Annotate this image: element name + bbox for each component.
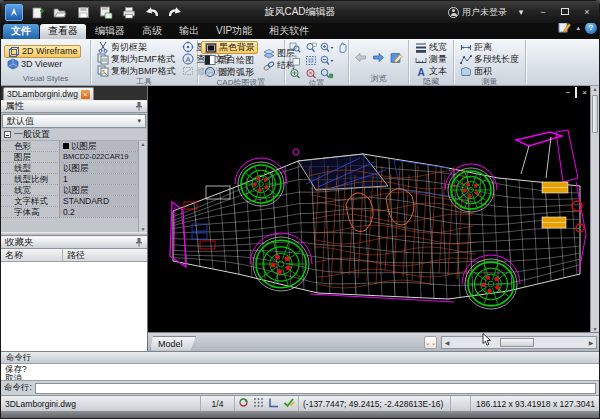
bw-drawing-button[interactable]: 黑白绘图 (201, 54, 258, 66)
black-background-icon (204, 41, 217, 54)
hide-text-button[interactable]: A 文本 (412, 65, 449, 77)
distance-button[interactable]: 距离 (457, 41, 521, 53)
tab-viewer[interactable]: 查看器 (40, 24, 86, 39)
property-row-font-height[interactable]: 字体高 0.2 (1, 207, 138, 218)
smooth-arc-button[interactable]: 圆滑弧形 (201, 66, 258, 78)
undo-icon[interactable] (143, 4, 161, 21)
canvas-horizontal-scrollbar[interactable]: ◀ ▶ (441, 336, 597, 349)
drawing-canvas[interactable]: − × ▲ ▼ (148, 86, 599, 332)
scroll-right-icon[interactable]: ▶ (586, 339, 596, 346)
new-file-icon[interactable] (28, 4, 46, 21)
mdi-close-icon[interactable]: × (582, 88, 587, 97)
maximize-button[interactable] (557, 5, 573, 19)
copy-emf-button[interactable]: 复制为EMF格式 (94, 53, 178, 65)
edit-ok-icon[interactable] (283, 397, 295, 410)
zoom-previous-icon[interactable] (304, 67, 318, 79)
tab-advanced[interactable]: 高级 (134, 24, 170, 39)
property-row-linetype-scale[interactable]: 线型比例 1 (1, 174, 138, 185)
scrollbar-thumb[interactable] (592, 95, 598, 133)
smooth-arc-icon (203, 66, 216, 79)
scroll-up-icon[interactable]: ▲ (593, 86, 598, 92)
user-dropdown-icon[interactable]: ▾ (513, 5, 529, 19)
tab-editor[interactable]: 编辑器 (87, 24, 133, 39)
property-row-layer[interactable]: 图层 BMCD2-022CAR19 (1, 152, 138, 163)
close-button[interactable]: × (579, 5, 595, 19)
document-tab[interactable]: 3DLamborgini.dwg × (3, 87, 94, 100)
property-row-color[interactable]: 色彩 以图层 (1, 141, 138, 152)
properties-scrollbar[interactable]: ▲ ▼ (138, 141, 147, 232)
grid-snap-icon[interactable] (253, 397, 264, 410)
pan-hand-icon[interactable] (336, 41, 350, 53)
ortho-icon[interactable] (268, 397, 279, 410)
tab-related[interactable]: 相关软件 (261, 24, 317, 39)
collapse-section-icon[interactable] (4, 131, 11, 138)
section-general-settings[interactable]: 一般设置 (1, 129, 147, 141)
scrollbar-thumb[interactable] (500, 338, 534, 347)
2d-wireframe-label: 2D Wireframe (22, 46, 78, 57)
collapse-ribbon-icon[interactable]: ▴ (576, 24, 580, 32)
pin-icon[interactable] (135, 101, 143, 113)
hide-measure-button[interactable]: 测量 (412, 53, 449, 65)
favorites-col-path[interactable]: 路径 (63, 249, 147, 261)
tab-vip[interactable]: VIP功能 (208, 24, 260, 39)
app-logo-icon[interactable] (5, 4, 23, 21)
property-grid: 色彩 以图层 图层 BMCD2-022CAR19 线型 以图层 线型比例 1 (1, 141, 147, 232)
minimize-button[interactable]: − (535, 5, 551, 19)
tab-list-chevron-button[interactable]: ⌄⌄ (424, 336, 437, 349)
save-as-pdf-icon[interactable] (97, 4, 115, 21)
zoom-extents-dropdown-icon[interactable] (320, 67, 334, 79)
model-tab[interactable]: Model (150, 336, 196, 351)
close-document-icon[interactable]: × (81, 90, 90, 99)
favorites-panel-header: 收藏夹 (1, 236, 147, 249)
redo-icon[interactable] (166, 4, 184, 21)
black-background-button[interactable]: 黑色背景 (201, 41, 258, 54)
tab-file[interactable]: 文件 (3, 24, 39, 39)
property-row-linetype[interactable]: 线型 以图层 (1, 163, 138, 174)
zoom-selection-icon[interactable] (304, 54, 318, 66)
scroll-left-icon[interactable]: ◀ (442, 339, 452, 346)
scroll-down-icon[interactable]: ▼ (593, 326, 598, 332)
property-row-text-style[interactable]: 文字样式 STANDARD (1, 196, 138, 207)
zoom-in-dropdown-icon[interactable] (320, 41, 334, 53)
save-icon[interactable] (74, 4, 92, 21)
property-preset-dropdown[interactable]: 默认值 ▾ (2, 114, 146, 128)
2d-wireframe-button[interactable]: 2D Wireframe (4, 45, 81, 58)
group-browse: 浏览 (349, 40, 409, 84)
group-visual-styles: 2D Wireframe 3D Viewer Visual Styles (1, 40, 91, 84)
print-icon[interactable] (120, 4, 138, 21)
mdi-restore-icon[interactable] (575, 88, 577, 97)
3d-viewer-button[interactable]: 3D Viewer (4, 58, 81, 70)
polyline-length-button[interactable]: 多段线长度 (457, 53, 521, 65)
user-login-button[interactable]: 用户未登录 (448, 6, 507, 19)
sync-status-icon[interactable] (238, 397, 249, 410)
group-tools: 剪切框架 复制为EMF格式 复制为BMP格式 显示点 (91, 40, 198, 84)
hide-lineweight-button[interactable]: 线宽 (412, 41, 449, 53)
ribbon: 2D Wireframe 3D Viewer Visual Styles 剪切框… (1, 39, 599, 86)
back-arrow-icon[interactable] (354, 52, 368, 64)
zoom-rect-icon[interactable] (304, 41, 318, 53)
favorites-col-name[interactable]: 名称 (1, 249, 63, 261)
open-file-icon[interactable] (51, 4, 69, 21)
pin-icon[interactable] (135, 237, 143, 249)
canvas-vertical-scrollbar[interactable]: ▲ ▼ (590, 86, 599, 332)
favorites-list[interactable] (1, 262, 147, 351)
command-input[interactable] (35, 383, 596, 394)
copy-view-icon[interactable] (288, 54, 302, 66)
forward-arrow-icon[interactable] (372, 52, 386, 64)
zoom-window-icon[interactable] (288, 41, 302, 53)
cut-frame-button[interactable]: 剪切框架 (94, 41, 178, 53)
tab-output[interactable]: 输出 (171, 24, 207, 39)
area-button[interactable]: 面积 (457, 65, 521, 77)
copy-bmp-button[interactable]: 复制为BMP格式 (94, 65, 178, 77)
edit-view-icon[interactable] (390, 52, 404, 64)
document-tab-bar: 3DLamborgini.dwg × (1, 86, 147, 100)
zoom-out-dropdown-icon[interactable] (320, 54, 334, 66)
property-row-lineweight[interactable]: 线宽 以图层 (1, 185, 138, 196)
scroll-down-icon[interactable]: ▼ (141, 226, 146, 232)
command-history[interactable]: 保存? 取消 (1, 364, 599, 380)
scroll-up-icon[interactable]: ▲ (141, 141, 146, 147)
mdi-minimize-icon[interactable]: − (566, 88, 571, 97)
command-panel-header[interactable]: 命令行 (1, 352, 599, 364)
help-icon[interactable]: ? (585, 22, 597, 34)
zoom-all-icon[interactable] (288, 67, 302, 79)
